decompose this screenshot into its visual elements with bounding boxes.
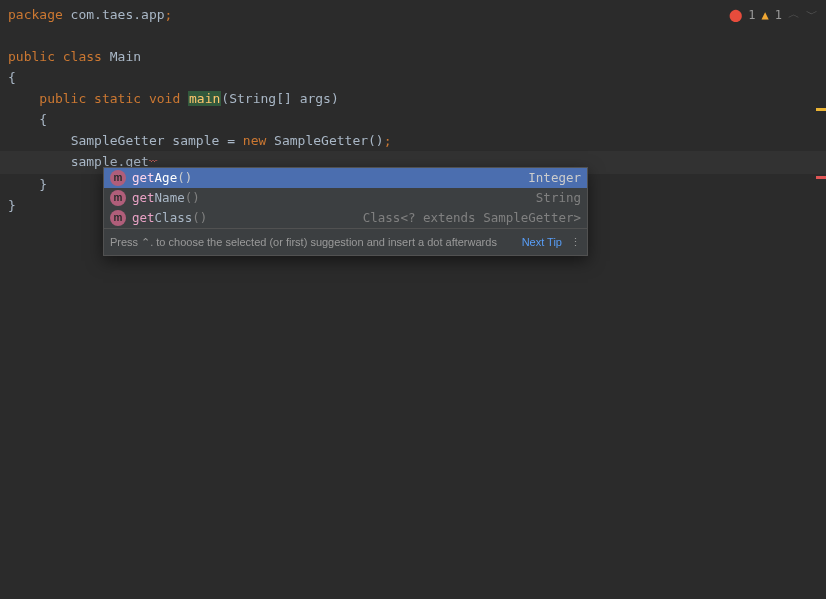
completion-return-type: String — [536, 188, 581, 208]
code-line[interactable]: package com.taes.app; — [0, 4, 826, 25]
code-line[interactable]: { — [0, 109, 826, 130]
class-name: Main — [110, 49, 141, 64]
warning-count: 1 — [775, 8, 782, 22]
code-line[interactable]: public class Main — [0, 46, 826, 67]
completion-return-type: Class<? extends SampleGetter> — [363, 208, 581, 228]
completion-rest: Class — [155, 210, 193, 225]
gutter-mark-error[interactable] — [816, 176, 826, 179]
package-path: com.taes.app — [63, 7, 165, 22]
completion-tip: Press ⌃. to choose the selected (or firs… — [110, 232, 516, 252]
brace-open: { — [8, 70, 16, 85]
method-icon: m — [110, 210, 126, 226]
completion-rest: Age — [155, 170, 178, 185]
completion-rest: Name — [155, 190, 185, 205]
gutter-mark-warning[interactable] — [816, 108, 826, 111]
inspection-status: ⬤1 ▲1 ︿ ﹀ — [729, 6, 818, 23]
brace-close: } — [8, 198, 16, 213]
completion-footer: Press ⌃. to choose the selected (or firs… — [104, 228, 587, 255]
completion-match: get — [132, 210, 155, 225]
code-line[interactable]: SampleGetter sample = new SampleGetter()… — [0, 130, 826, 151]
keyword-package: package — [8, 7, 63, 22]
error-stripe-gutter — [816, 0, 826, 599]
sample-decl-b: SampleGetter() — [266, 133, 383, 148]
keyword-public: public — [8, 49, 55, 64]
brace-open: { — [39, 112, 47, 127]
error-squiggle-icon: 〰 — [149, 157, 157, 166]
completion-paren: () — [185, 190, 200, 205]
brace-close: } — [39, 177, 47, 192]
chevron-up-icon[interactable]: ︿ — [788, 6, 800, 23]
semicolon: ; — [384, 133, 392, 148]
error-count: 1 — [748, 8, 755, 22]
completion-item[interactable]: m getName() String — [104, 188, 587, 208]
method-icon: m — [110, 190, 126, 206]
keyword-void: void — [149, 91, 180, 106]
code-line[interactable]: { — [0, 67, 826, 88]
keyword-new: new — [243, 133, 266, 148]
method-params: (String[] args) — [221, 91, 338, 106]
completion-item[interactable]: m getClass() Class<? extends SampleGette… — [104, 208, 587, 228]
completion-match: get — [132, 170, 155, 185]
code-line-blank[interactable] — [0, 25, 826, 46]
sample-decl-a: SampleGetter sample = — [71, 133, 243, 148]
completion-match: get — [132, 190, 155, 205]
method-main: main — [188, 91, 221, 106]
popup-menu-icon[interactable]: ⋮ — [570, 232, 581, 252]
completion-item[interactable]: m getAge() Integer — [104, 168, 587, 188]
keyword-static: static — [94, 91, 141, 106]
error-icon[interactable]: ⬤ — [729, 8, 742, 22]
completion-popup: m getAge() Integer m getName() String m … — [103, 167, 588, 256]
next-tip-link[interactable]: Next Tip — [522, 232, 562, 252]
semicolon: ; — [165, 7, 173, 22]
code-line[interactable]: public static void main(String[] args) — [0, 88, 826, 109]
completion-paren: () — [177, 170, 192, 185]
completion-paren: () — [192, 210, 207, 225]
completion-return-type: Integer — [528, 168, 581, 188]
method-icon: m — [110, 170, 126, 186]
keyword-public: public — [39, 91, 86, 106]
keyword-class: class — [63, 49, 102, 64]
warning-icon[interactable]: ▲ — [762, 8, 769, 22]
